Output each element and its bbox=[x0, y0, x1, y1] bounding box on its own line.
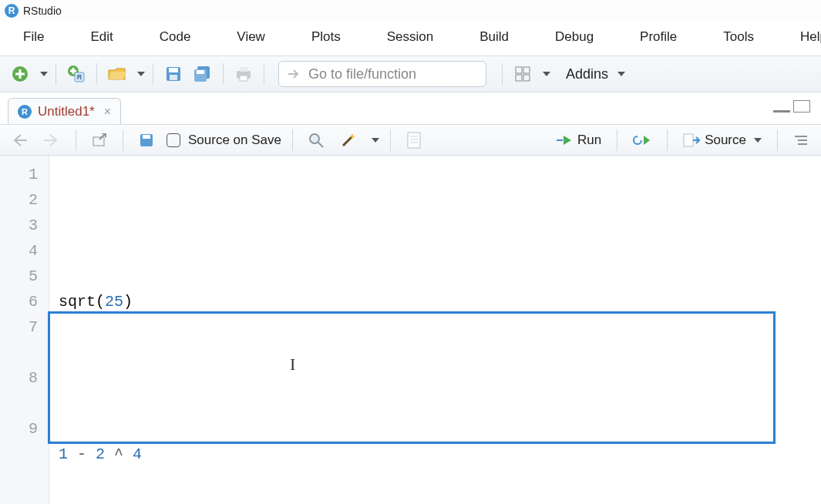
addins-caret-icon bbox=[617, 72, 625, 76]
new-file-caret-icon[interactable] bbox=[40, 72, 48, 76]
maximize-pane-icon[interactable] bbox=[793, 100, 810, 113]
separator bbox=[264, 63, 264, 85]
separator bbox=[292, 129, 293, 151]
document-tabstrip: R Untitled1* × bbox=[0, 96, 821, 125]
svg-rect-2 bbox=[15, 73, 25, 76]
svg-rect-10 bbox=[170, 75, 177, 80]
menu-debug[interactable]: Debug bbox=[532, 26, 617, 48]
menubar: File Edit Code View Plots Session Build … bbox=[0, 22, 821, 55]
nav-back-button[interactable] bbox=[8, 128, 32, 153]
text-cursor-icon: I bbox=[290, 351, 295, 377]
line-number: 9 bbox=[0, 416, 38, 442]
svg-rect-21 bbox=[93, 137, 104, 146]
open-file-button[interactable] bbox=[105, 62, 130, 86]
separator bbox=[617, 129, 617, 151]
editor-toolbar: Source on Save Run Source bbox=[0, 125, 821, 156]
menu-plots[interactable]: Plots bbox=[288, 26, 364, 48]
run-button[interactable]: Run bbox=[551, 133, 606, 148]
report-button[interactable] bbox=[402, 128, 426, 153]
source-on-save-checkbox[interactable] bbox=[167, 133, 180, 147]
document-tab[interactable]: R Untitled1* × bbox=[8, 98, 121, 124]
line-number: 4 bbox=[0, 238, 38, 264]
find-button[interactable] bbox=[304, 128, 328, 153]
menu-help[interactable]: Help bbox=[777, 26, 821, 48]
separator bbox=[123, 129, 123, 151]
svg-rect-32 bbox=[684, 134, 693, 146]
show-in-new-window-button[interactable] bbox=[87, 128, 112, 153]
grid-caret-icon[interactable] bbox=[543, 72, 550, 76]
line-number: 2 bbox=[0, 187, 38, 213]
save-button[interactable] bbox=[161, 62, 186, 86]
separator bbox=[667, 129, 668, 151]
separator bbox=[777, 129, 778, 151]
menu-edit[interactable]: Edit bbox=[67, 26, 136, 48]
separator bbox=[56, 63, 56, 85]
line-number: 8 bbox=[0, 365, 38, 391]
titlebar: R RStudio bbox=[0, 0, 821, 22]
menu-build[interactable]: Build bbox=[456, 26, 532, 48]
pane-controls bbox=[773, 100, 810, 113]
rstudio-logo-icon: R bbox=[5, 4, 19, 18]
code-area[interactable]: I sqrt(25) 1 - 2 ^ 4 ?plot ## Simple qua… bbox=[49, 156, 821, 504]
close-tab-icon[interactable]: × bbox=[104, 105, 111, 119]
line-number: 3 bbox=[0, 213, 38, 238]
outline-button[interactable] bbox=[789, 128, 813, 153]
line-number: 5 bbox=[0, 264, 38, 289]
separator bbox=[96, 63, 97, 85]
svg-line-25 bbox=[318, 143, 323, 147]
svg-point-24 bbox=[310, 134, 319, 143]
rerun-icon bbox=[633, 134, 651, 146]
code-line-1: sqrt(25) bbox=[59, 289, 812, 314]
line-number: 6 bbox=[0, 289, 38, 314]
save-doc-button[interactable] bbox=[134, 128, 159, 153]
addins-menu[interactable]: Addins bbox=[566, 66, 625, 82]
separator bbox=[153, 63, 153, 85]
main-toolbar: R Go to file/function Addins bbox=[0, 55, 821, 92]
line-number: 1 bbox=[0, 162, 38, 187]
minimize-pane-icon[interactable] bbox=[773, 100, 790, 113]
rerun-button[interactable] bbox=[628, 134, 656, 146]
run-arrow-icon bbox=[556, 134, 573, 146]
new-file-button[interactable] bbox=[8, 62, 32, 86]
svg-rect-19 bbox=[516, 75, 522, 81]
svg-rect-23 bbox=[143, 135, 150, 139]
code-editor[interactable]: 1 2 3 4 5 6 7 8 9 I sqrt(25) 1 - 2 ^ 4 ?… bbox=[0, 156, 821, 504]
menu-profile[interactable]: Profile bbox=[617, 26, 700, 48]
svg-rect-9 bbox=[169, 68, 178, 72]
svg-rect-13 bbox=[197, 70, 204, 74]
grid-view-button[interactable] bbox=[510, 62, 535, 86]
print-button[interactable] bbox=[231, 62, 256, 86]
goto-file-function-input[interactable]: Go to file/function bbox=[278, 61, 486, 87]
new-project-button[interactable]: R bbox=[64, 62, 89, 86]
source-button[interactable]: Source bbox=[678, 133, 766, 148]
menu-code[interactable]: Code bbox=[136, 26, 214, 48]
menu-tools[interactable]: Tools bbox=[700, 26, 777, 48]
run-label: Run bbox=[577, 133, 601, 148]
r-file-icon: R bbox=[18, 105, 32, 119]
svg-rect-17 bbox=[516, 67, 522, 73]
separator bbox=[223, 63, 224, 85]
separator bbox=[390, 129, 391, 151]
code-line-3: 1 - 2 ^ 4 bbox=[59, 442, 812, 467]
source-icon bbox=[683, 133, 700, 147]
goto-arrow-icon bbox=[287, 67, 301, 81]
svg-rect-18 bbox=[523, 67, 530, 73]
source-label: Source bbox=[705, 133, 746, 148]
addins-label: Addins bbox=[566, 66, 608, 82]
nav-forward-button[interactable] bbox=[40, 128, 65, 153]
wand-button[interactable] bbox=[336, 128, 361, 153]
separator bbox=[502, 63, 503, 85]
svg-rect-27 bbox=[408, 133, 420, 148]
line-number bbox=[0, 340, 38, 365]
line-number bbox=[0, 391, 38, 416]
open-caret-icon[interactable] bbox=[137, 72, 145, 76]
line-gutter: 1 2 3 4 5 6 7 8 9 bbox=[0, 156, 49, 504]
goto-placeholder: Go to file/function bbox=[308, 66, 416, 82]
wand-caret-icon[interactable] bbox=[372, 138, 379, 143]
menu-view[interactable]: View bbox=[214, 26, 288, 48]
menu-file[interactable]: File bbox=[0, 26, 67, 48]
source-caret-icon bbox=[754, 138, 762, 143]
save-all-button[interactable] bbox=[190, 62, 215, 86]
svg-rect-20 bbox=[523, 75, 530, 81]
menu-session[interactable]: Session bbox=[364, 26, 456, 48]
